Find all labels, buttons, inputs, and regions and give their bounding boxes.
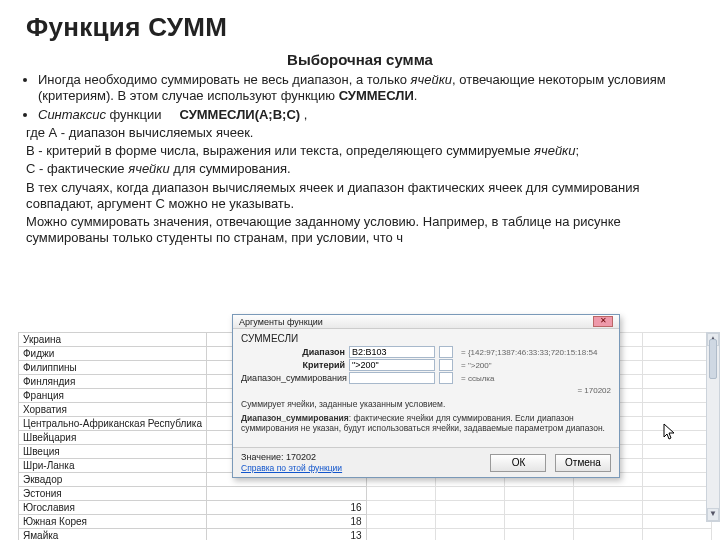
cell-country[interactable]: Финляндия (19, 375, 207, 389)
cell-empty[interactable] (366, 501, 435, 515)
cell-country[interactable]: Швеция (19, 445, 207, 459)
cell-country[interactable]: Украина (19, 333, 207, 347)
arg-eval: = {142:97;1387:46:33:33;720:15:18:54 (461, 348, 597, 357)
cell-country[interactable]: Центрально-Африканская Республика (19, 417, 207, 431)
cell-value[interactable]: 18 (207, 515, 367, 529)
cell-empty[interactable] (642, 389, 711, 403)
t: функции (106, 107, 180, 122)
t: С - фактические (26, 161, 128, 176)
vertical-scrollbar[interactable]: ▲ ▼ (706, 332, 720, 522)
page-title: Функция СУММ (26, 12, 694, 43)
t: ; (576, 143, 580, 158)
cell-country[interactable]: Хорватия (19, 403, 207, 417)
cell-empty[interactable] (642, 431, 711, 445)
function-arguments-dialog: Аргументы функции ✕ СУММЕСЛИ Диапазон= {… (232, 314, 620, 478)
t: 170202 (286, 452, 316, 462)
cell-country[interactable]: Швейцария (19, 431, 207, 445)
ok-button[interactable]: ОК (490, 454, 546, 472)
cell-empty[interactable] (642, 403, 711, 417)
cell-value[interactable]: 16 (207, 501, 367, 515)
cell-empty[interactable] (504, 487, 573, 501)
cell-country[interactable]: Шри-Ланка (19, 459, 207, 473)
t-bold: Диапазон_суммирования (241, 413, 349, 423)
cell-country[interactable]: Ямайка (19, 529, 207, 541)
cell-empty[interactable] (642, 515, 711, 529)
arg-eval: = ">200" (461, 361, 492, 370)
cell-empty[interactable] (435, 529, 504, 541)
cell-empty[interactable] (573, 487, 642, 501)
para-2: Можно суммировать значения, отвечающие з… (26, 214, 694, 247)
close-icon[interactable]: ✕ (593, 316, 613, 327)
cell-value[interactable]: 13 (207, 529, 367, 541)
cell-empty[interactable] (642, 375, 711, 389)
table-row[interactable]: Югославия16 (19, 501, 712, 515)
t: Значение: (241, 452, 283, 462)
t-bold: СУММЕСЛИ (339, 88, 414, 103)
cell-empty[interactable] (366, 515, 435, 529)
cell-country[interactable]: Эстония (19, 487, 207, 501)
arg-input[interactable] (349, 359, 435, 371)
cell-empty[interactable] (642, 473, 711, 487)
cell-empty[interactable] (642, 529, 711, 541)
cell-empty[interactable] (435, 515, 504, 529)
range-picker-icon[interactable] (439, 359, 453, 371)
cell-empty[interactable] (642, 347, 711, 361)
dialog-preview: = 170202 (245, 386, 611, 395)
line-c: С - фактические ячейки для суммирования. (26, 161, 694, 177)
table-row[interactable]: Ямайка13 (19, 529, 712, 541)
range-picker-icon[interactable] (439, 372, 453, 384)
arg-input[interactable] (349, 346, 435, 358)
t: . (414, 88, 418, 103)
t: Иногда необходимо суммировать не весь ди… (38, 72, 411, 87)
scroll-thumb[interactable] (709, 339, 717, 379)
cancel-button[interactable]: Отмена (555, 454, 611, 472)
para-1: В тех случаях, когда диапазон вычисляемы… (26, 180, 694, 213)
cell-country[interactable]: Франция (19, 389, 207, 403)
cell-country[interactable]: Фиджи (19, 347, 207, 361)
cell-country[interactable]: Эквадор (19, 473, 207, 487)
bullet-2: Синтаксис функции СУММЕСЛИ(А;В;С) , (38, 107, 694, 123)
dialog-arg-row: Диапазон= {142:97;1387:46:33:33;720:15:1… (241, 346, 611, 358)
t-em: ячейки (534, 143, 576, 158)
dialog-arg-row: Критерий= ">200" (241, 359, 611, 371)
help-link[interactable]: Справка по этой функции (241, 463, 342, 473)
cell-empty[interactable] (435, 487, 504, 501)
cell-empty[interactable] (642, 487, 711, 501)
cell-empty[interactable] (435, 501, 504, 515)
t-em: ячейки (411, 72, 453, 87)
arg-eval: = ссылка (461, 374, 494, 383)
cell-empty[interactable] (573, 529, 642, 541)
cell-empty[interactable] (366, 529, 435, 541)
t-bold: СУММЕСЛИ(А;В;С) (179, 107, 300, 122)
bullet-1: Иногда необходимо суммировать не весь ди… (38, 72, 694, 105)
dialog-arg-row: Диапазон_суммирования= ссылка (241, 372, 611, 384)
cell-empty[interactable] (642, 501, 711, 515)
cell-country[interactable]: Южная Корея (19, 515, 207, 529)
cell-empty[interactable] (573, 515, 642, 529)
cell-empty[interactable] (366, 487, 435, 501)
range-picker-icon[interactable] (439, 346, 453, 358)
cell-empty[interactable] (642, 445, 711, 459)
dialog-hint-lead: Суммирует ячейки, заданные указанным усл… (241, 399, 611, 409)
dialog-function-name: СУММЕСЛИ (241, 333, 611, 344)
cell-empty[interactable] (504, 501, 573, 515)
table-row[interactable]: Эстония (19, 487, 712, 501)
table-row[interactable]: Южная Корея18 (19, 515, 712, 529)
arg-input[interactable] (349, 372, 435, 384)
cell-empty[interactable] (504, 515, 573, 529)
cell-empty[interactable] (642, 459, 711, 473)
cell-country[interactable]: Югославия (19, 501, 207, 515)
cell-empty[interactable] (642, 333, 711, 347)
cell-empty[interactable] (573, 501, 642, 515)
body-text: Иногда необходимо суммировать не весь ди… (26, 72, 694, 247)
cell-empty[interactable] (642, 417, 711, 431)
cell-empty[interactable] (504, 529, 573, 541)
arg-label: Диапазон (241, 347, 345, 357)
cell-empty[interactable] (642, 361, 711, 375)
subtitle: Выборочная сумма (26, 51, 694, 68)
dialog-title: Аргументы функции (239, 317, 323, 327)
cell-value[interactable] (207, 487, 367, 501)
scroll-down-button[interactable]: ▼ (707, 508, 719, 521)
arg-label: Критерий (241, 360, 345, 370)
cell-country[interactable]: Филиппины (19, 361, 207, 375)
